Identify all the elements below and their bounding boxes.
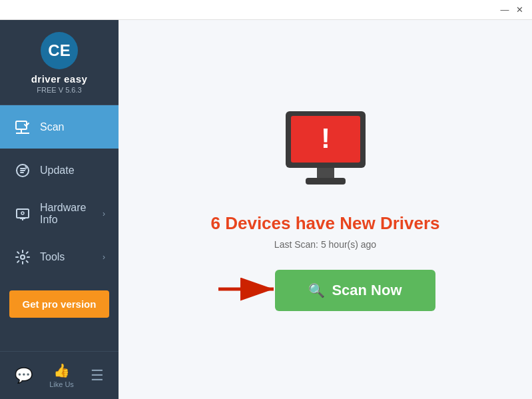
- hardware-info-icon: [13, 204, 32, 223]
- app-body: CE driver easy FREE V 5.6.3 Scan: [0, 20, 532, 399]
- sidebar-item-hardware-info[interactable]: Hardware Info ›: [0, 192, 119, 235]
- last-scan-text: Last Scan: 5 hour(s) ago: [274, 239, 376, 250]
- svg-text:CE: CE: [48, 41, 70, 59]
- scan-now-label: Scan Now: [332, 282, 401, 299]
- logo-version: FREE V 5.6.3: [37, 86, 81, 94]
- menu-button[interactable]: ☰: [91, 367, 104, 384]
- sidebar-item-tools-label: Tools: [40, 251, 103, 263]
- sidebar-spacer: [0, 330, 119, 351]
- tools-icon: [13, 248, 32, 266]
- hardware-info-chevron-icon: ›: [103, 209, 105, 218]
- close-button[interactable]: ✕: [512, 3, 527, 17]
- svg-point-10: [21, 255, 25, 259]
- sidebar-item-update-label: Update: [40, 165, 105, 177]
- svg-rect-14: [317, 168, 334, 179]
- get-pro-version-button[interactable]: Get pro version: [9, 290, 109, 318]
- arrow-icon: [215, 272, 282, 308]
- alert-heading: 6 Devices have New Drivers: [211, 213, 440, 234]
- monitor-icon: !: [279, 108, 372, 195]
- sidebar-item-update[interactable]: Update: [0, 149, 119, 192]
- search-icon: 🔍: [308, 282, 325, 298]
- scan-action-area: 🔍 Scan Now: [215, 270, 435, 311]
- sidebar-bottom: 💬 👍 Like Us ☰: [0, 351, 119, 399]
- svg-point-9: [21, 212, 24, 214]
- update-icon: [13, 161, 32, 180]
- like-icon: 👍: [53, 362, 70, 378]
- monitor-illustration: !: [279, 108, 372, 197]
- sidebar-item-scan[interactable]: Scan: [0, 105, 119, 149]
- sidebar-item-tools[interactable]: Tools ›: [0, 235, 119, 278]
- scan-icon: [13, 118, 32, 137]
- logo-icon: CE: [41, 32, 78, 69]
- scan-now-button[interactable]: 🔍 Scan Now: [275, 270, 435, 311]
- like-us-button[interactable]: 👍 Like Us: [49, 362, 74, 388]
- like-us-label: Like Us: [49, 380, 74, 388]
- svg-rect-15: [306, 178, 346, 185]
- sidebar-item-scan-label: Scan: [40, 121, 105, 133]
- logo-text: driver easy: [31, 73, 88, 85]
- minimize-button[interactable]: —: [497, 3, 512, 17]
- chat-icon: 💬: [15, 367, 33, 384]
- tools-chevron-icon: ›: [103, 252, 105, 262]
- main-content: ! 6 Devices have New Drivers Last Scan: …: [119, 20, 532, 399]
- logo-area: CE driver easy FREE V 5.6.3: [0, 20, 119, 105]
- svg-text:!: !: [321, 123, 330, 154]
- title-bar: — ✕: [0, 0, 532, 20]
- sidebar-item-hardware-info-label: Hardware Info: [40, 202, 103, 226]
- chat-button[interactable]: 💬: [15, 367, 33, 384]
- svg-rect-6: [17, 209, 29, 218]
- sidebar: CE driver easy FREE V 5.6.3 Scan: [0, 20, 119, 399]
- menu-icon: ☰: [91, 367, 104, 384]
